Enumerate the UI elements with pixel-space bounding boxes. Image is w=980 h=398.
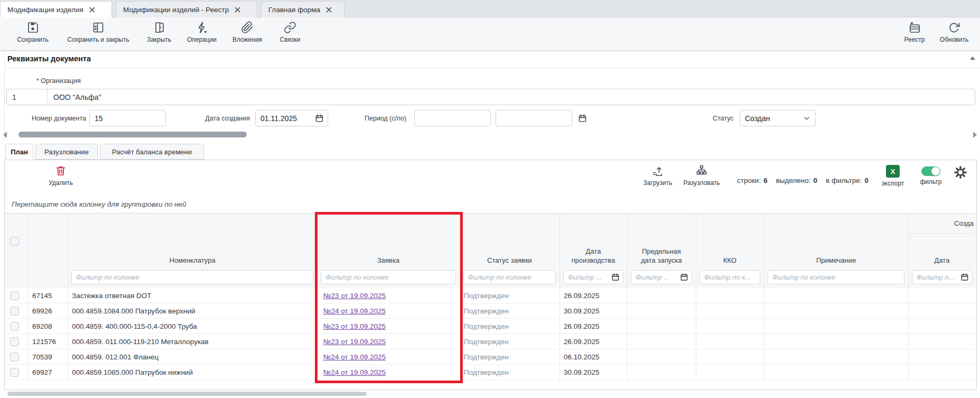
- cell-request: №24 от 19.09.2025: [323, 303, 455, 319]
- cell-request-status: Подтвержден: [464, 303, 559, 319]
- cell-request: №24 от 19.09.2025: [323, 349, 455, 365]
- links-button[interactable]: Связки: [270, 21, 310, 49]
- select-all-checkbox[interactable]: [10, 237, 19, 246]
- row-checkbox[interactable]: [10, 307, 19, 316]
- period-calendar-icon[interactable]: [578, 114, 587, 123]
- table-row[interactable]: 70539 000.4859. 012.001 Фланец №24 от 19…: [5, 349, 976, 365]
- row-checkbox[interactable]: [10, 291, 19, 300]
- column-header-kko[interactable]: ККО: [696, 256, 764, 265]
- close-button[interactable]: Закрыть: [138, 21, 180, 49]
- delete-button[interactable]: Удалить: [40, 164, 82, 187]
- requisites-left-border: [4, 51, 5, 141]
- window-tab-main-form[interactable]: Главная форма: [261, 1, 344, 17]
- status-select[interactable]: Создан: [740, 110, 816, 126]
- filter-deadline-calendar-icon[interactable]: [680, 273, 688, 281]
- request-link[interactable]: №23 от 19.09.2025: [323, 338, 386, 346]
- cell-id: 121576: [32, 334, 69, 349]
- row-checkbox[interactable]: [10, 337, 19, 346]
- upload-icon: [651, 164, 664, 177]
- column-header-note[interactable]: Примечание: [764, 256, 908, 265]
- column-header-request[interactable]: Заявка: [317, 256, 460, 265]
- tree-structure-icon: [695, 164, 708, 177]
- cell-request-status: Подтвержден: [464, 319, 559, 334]
- save-and-close-button[interactable]: Сохранить и закрыть: [58, 21, 138, 49]
- filter-toggle[interactable]: фильтр: [917, 166, 945, 186]
- table-row[interactable]: 69208 000.4859. 400.000-115-0,4-2000 Тру…: [5, 319, 976, 334]
- column-header-date[interactable]: Дата: [908, 256, 976, 265]
- requisites-divider: [4, 68, 980, 68]
- row-checkbox[interactable]: [10, 353, 19, 362]
- column-header-nomenclature[interactable]: Номенклатура: [68, 256, 317, 265]
- refresh-icon: [948, 21, 960, 34]
- doc-number-input[interactable]: [89, 110, 166, 126]
- window-tab-label: Главная форма: [268, 6, 320, 14]
- cell-id: 69926: [32, 303, 69, 319]
- request-link[interactable]: №24 от 19.09.2025: [323, 368, 386, 376]
- attachments-button[interactable]: Вложения: [224, 21, 270, 49]
- tab-unbuild[interactable]: Разузлование: [35, 144, 98, 160]
- refresh-button[interactable]: Обновить: [931, 21, 977, 49]
- requisites-top-border: [0, 51, 980, 51]
- row-checkbox[interactable]: [10, 368, 19, 377]
- row-checkbox[interactable]: [10, 322, 19, 331]
- column-header-deadline[interactable]: Предельнаядата запуска: [627, 247, 696, 265]
- grid-settings-button[interactable]: [953, 165, 968, 179]
- scroll-left-arrow[interactable]: [3, 132, 7, 138]
- cell-id: 67145: [32, 288, 69, 303]
- filter-request-status[interactable]: [463, 270, 556, 284]
- cell-request-status: Подтвержден: [464, 288, 559, 303]
- bottom-scrollbar-thumb[interactable]: [7, 392, 367, 396]
- cell-production-date: 30.09.2025: [564, 365, 627, 380]
- export-button[interactable]: X экспорт: [878, 165, 908, 187]
- horizontal-scrollbar-thumb[interactable]: [18, 132, 247, 137]
- cell-production-date: 26.09.2025: [564, 319, 627, 334]
- operations-button[interactable]: Операции: [180, 21, 224, 49]
- window-tab-bar: Модификация изделия Модификации изделий …: [0, 0, 980, 17]
- column-header-production-date[interactable]: Датапроизводства: [559, 247, 627, 265]
- organization-index: 1: [7, 89, 48, 105]
- request-link[interactable]: №24 от 19.09.2025: [323, 307, 386, 315]
- close-tab-icon[interactable]: [326, 7, 332, 13]
- filter-note[interactable]: [768, 270, 904, 284]
- organization-field[interactable]: 1 ООО "Альфа": [6, 89, 975, 105]
- scroll-right-arrow[interactable]: [973, 132, 977, 138]
- registry-button[interactable]: Реестр: [893, 21, 936, 49]
- rows-count: строки:6: [737, 177, 768, 184]
- column-header-request-status[interactable]: Статус заявки: [460, 256, 559, 265]
- collapse-section-icon[interactable]: [970, 57, 975, 60]
- period-to-input[interactable]: [496, 110, 572, 126]
- tab-time-balance[interactable]: Расчёт баланса времени: [100, 144, 204, 160]
- table-row[interactable]: 67145 Застежка ответная DOT №23 от 19.09…: [5, 288, 976, 303]
- request-link[interactable]: №23 от 19.09.2025: [323, 322, 386, 330]
- filter-date-calendar-icon[interactable]: [960, 273, 969, 281]
- window-tab-label: Модификации изделий - Реестр: [123, 6, 229, 14]
- close-tab-icon[interactable]: [89, 7, 95, 13]
- filter-nomenclature[interactable]: [71, 270, 313, 284]
- table-row[interactable]: 121576 000.4859. 011.000-119-210 Металло…: [5, 334, 976, 349]
- cell-nomenclature: Застежка ответная DOT: [72, 288, 315, 303]
- period-from-input[interactable]: [414, 110, 491, 126]
- table-row[interactable]: 69927 000.4859.1085.000 Патрубок нижний …: [5, 365, 976, 380]
- created-date-calendar-icon[interactable]: [315, 114, 324, 123]
- chevron-down-icon: [803, 115, 810, 122]
- cell-nomenclature: 000.4859. 012.001 Фланец: [72, 349, 315, 365]
- unbuild-button[interactable]: Разузловать: [677, 164, 726, 187]
- request-link[interactable]: №23 от 19.09.2025: [323, 292, 386, 300]
- save-button[interactable]: Сохранить: [12, 21, 54, 49]
- request-link[interactable]: №24 от 19.09.2025: [323, 353, 386, 361]
- created-date-label: Дата создания: [199, 115, 250, 122]
- tab-plan[interactable]: План: [5, 144, 33, 160]
- table-row[interactable]: 69926 000.4859.1084.000 Патрубок верхний…: [5, 303, 976, 319]
- window-tab-product-modification[interactable]: Модификация изделия: [0, 1, 112, 17]
- organization-value: ООО "Альфа": [48, 93, 101, 101]
- filter-kko[interactable]: [699, 270, 760, 284]
- close-tab-icon[interactable]: [235, 7, 240, 13]
- cell-request-status: Подтвержден: [464, 365, 559, 380]
- filter-production-date-calendar-icon[interactable]: [611, 273, 620, 281]
- group-by-hint: Перетащите сюда колонку для группировки …: [12, 200, 186, 208]
- load-button[interactable]: Загрузить: [636, 164, 680, 187]
- cell-production-date: 26.09.2025: [564, 334, 627, 349]
- filter-request[interactable]: [321, 270, 456, 284]
- toggle-on-icon: [921, 166, 940, 176]
- window-tab-modifications-registry[interactable]: Модификации изделий - Реестр: [116, 1, 257, 17]
